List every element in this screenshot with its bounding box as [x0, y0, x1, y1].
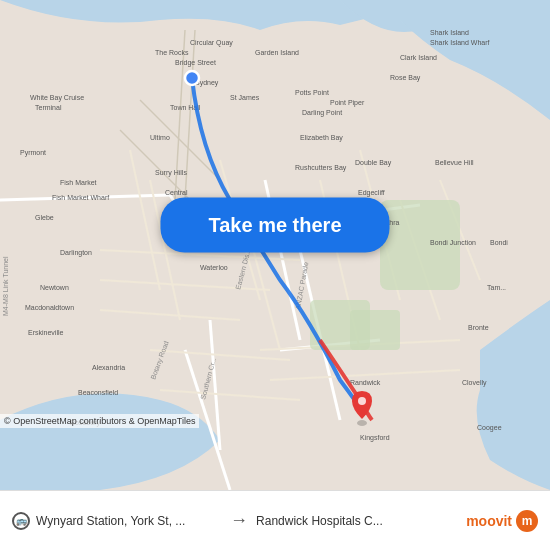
svg-text:Alexandria: Alexandria [92, 364, 125, 371]
svg-text:Waterloo: Waterloo [200, 264, 228, 271]
svg-text:Edgecliff: Edgecliff [358, 189, 385, 197]
map-attribution: © OpenStreetMap contributors & OpenMapTi… [0, 414, 199, 428]
svg-text:Pyrmont: Pyrmont [20, 149, 46, 157]
svg-text:Darlington: Darlington [60, 249, 92, 257]
svg-text:Tam...: Tam... [487, 284, 506, 291]
moovit-icon: m [516, 510, 538, 532]
svg-text:Macdonaldtown: Macdonaldtown [25, 304, 74, 311]
svg-text:White Bay Cruise: White Bay Cruise [30, 94, 84, 102]
svg-text:Clovelly: Clovelly [462, 379, 487, 387]
svg-text:Beaconsfield: Beaconsfield [78, 389, 118, 396]
arrow-right-icon: → [222, 510, 256, 531]
origin-label: Wynyard Station, York St, ... [36, 514, 185, 528]
bus-icon: 🚌 [12, 512, 30, 530]
svg-text:Central: Central [165, 189, 188, 196]
svg-text:Rose Bay: Rose Bay [390, 74, 421, 82]
svg-text:Randwick: Randwick [350, 379, 381, 386]
svg-text:Darling Point: Darling Point [302, 109, 342, 117]
svg-text:Elizabeth Bay: Elizabeth Bay [300, 134, 343, 142]
svg-text:Bronte: Bronte [468, 324, 489, 331]
svg-text:Shark Island: Shark Island [430, 29, 469, 36]
svg-point-84 [185, 71, 199, 85]
svg-text:Erskineville: Erskineville [28, 329, 64, 336]
take-me-there-button[interactable]: Take me there [160, 198, 389, 253]
destination-station: Randwick Hospitals C... [256, 514, 466, 528]
svg-text:Fish Market: Fish Market [60, 179, 97, 186]
svg-text:Circular Quay: Circular Quay [190, 39, 233, 47]
svg-text:St James: St James [230, 94, 260, 101]
svg-text:Bridge Street: Bridge Street [175, 59, 216, 67]
svg-text:Rushcutters Bay: Rushcutters Bay [295, 164, 347, 172]
svg-text:Fish Market Wharf: Fish Market Wharf [52, 194, 109, 201]
svg-text:Coogee: Coogee [477, 424, 502, 432]
svg-text:Shark Island Wharf: Shark Island Wharf [430, 39, 490, 46]
svg-text:Point Piper: Point Piper [330, 99, 365, 107]
moovit-logo: moovit m [466, 510, 538, 532]
svg-text:Glebe: Glebe [35, 214, 54, 221]
map-container: The Rocks Circular Quay Bridge Street Sy… [0, 0, 550, 490]
svg-text:Kingsford: Kingsford [360, 434, 390, 442]
svg-text:Potts Point: Potts Point [295, 89, 329, 96]
svg-text:Newtown: Newtown [40, 284, 69, 291]
svg-text:Bellevue Hill: Bellevue Hill [435, 159, 474, 166]
svg-text:The Rocks: The Rocks [155, 49, 189, 56]
svg-point-86 [358, 397, 366, 405]
origin-station: 🚌 Wynyard Station, York St, ... [12, 512, 222, 530]
destination-label: Randwick Hospitals C... [256, 514, 383, 528]
svg-point-85 [357, 420, 367, 426]
svg-text:M4-M8 Link Tunnel: M4-M8 Link Tunnel [2, 256, 9, 316]
svg-text:Ultimo: Ultimo [150, 134, 170, 141]
svg-text:Surry Hills: Surry Hills [155, 169, 187, 177]
svg-rect-31 [350, 310, 400, 350]
svg-text:Garden Island: Garden Island [255, 49, 299, 56]
moovit-text: moovit [466, 513, 512, 529]
svg-text:Terminal: Terminal [35, 104, 62, 111]
svg-text:Bondi Junction: Bondi Junction [430, 239, 476, 246]
svg-text:Double Bay: Double Bay [355, 159, 392, 167]
svg-text:Clark Island: Clark Island [400, 54, 437, 61]
svg-text:Bondi: Bondi [490, 239, 508, 246]
bottom-bar: 🚌 Wynyard Station, York St, ... → Randwi… [0, 490, 550, 550]
